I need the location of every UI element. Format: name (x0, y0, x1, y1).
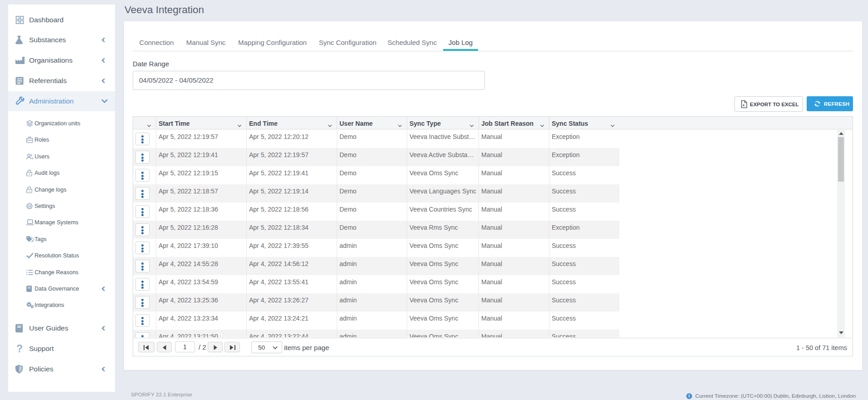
svg-text:x: x (743, 103, 745, 107)
